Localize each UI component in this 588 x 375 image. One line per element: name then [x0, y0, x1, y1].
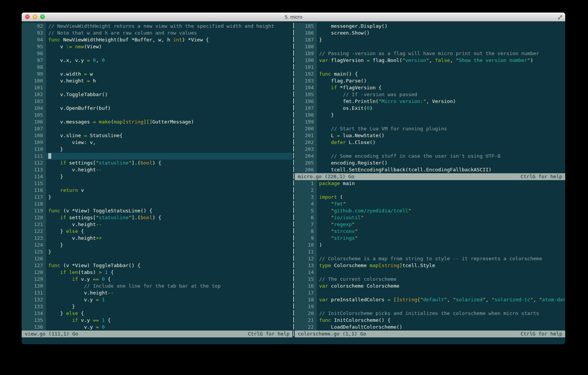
code-line[interactable]: 96 — [22, 50, 292, 57]
code-line[interactable]: 186 screen.Show() — [295, 30, 565, 36]
code-line[interactable]: 119func (v *View) ToggleStatusLine() { — [22, 207, 292, 214]
code-line[interactable]: 5 "github.com/zyedidia/tcell" — [295, 207, 565, 214]
code-line[interactable]: 1package main — [295, 180, 565, 187]
code-line[interactable]: 98 — [22, 64, 292, 71]
code-line[interactable]: 112 if settings["statusline"].(bool) { — [22, 160, 292, 166]
code-line[interactable]: 200 // Start the Lua VM for running plug… — [295, 125, 565, 132]
code-line[interactable]: 14 — [295, 269, 565, 276]
code-line[interactable]: 10) — [295, 242, 565, 248]
code-line[interactable]: 135 if v.y == 1 { — [22, 317, 292, 324]
code-line[interactable]: 20// InitColorscheme picks and initializ… — [295, 310, 565, 317]
code-line[interactable]: 21func InitColorscheme() { — [295, 317, 565, 324]
code-line[interactable]: 202 defer L.Close() — [295, 139, 565, 146]
code-line[interactable]: 15// The current colorscheme — [295, 276, 565, 283]
code-line[interactable]: 132 v.y = 1 — [22, 296, 292, 303]
code-line[interactable]: 18var preInstalledColors = []string{"def… — [295, 296, 565, 303]
code-line[interactable]: 115 — [22, 180, 292, 187]
code-line[interactable]: 128 if len(tabs) > 1 { — [22, 269, 292, 276]
code-line[interactable]: 199 — [295, 119, 565, 125]
code-line[interactable]: 206 tcell.SetEncodingFallback(tcell.Enco… — [295, 166, 565, 173]
code-line[interactable]: 2 — [295, 187, 565, 194]
code-line[interactable]: 3import ( — [295, 194, 565, 201]
code-line[interactable]: 109 view: v, — [22, 139, 292, 146]
code-line[interactable]: 11 — [295, 248, 565, 255]
code-line[interactable]: 13type Colorscheme map[string]tcell.Styl… — [295, 262, 565, 269]
code-line[interactable]: 125} — [22, 248, 292, 255]
code-line[interactable]: 123 v.height++ — [22, 235, 292, 242]
code-text — [46, 64, 292, 71]
code-line[interactable]: 117} — [22, 194, 292, 201]
code-line[interactable]: 107 — [22, 125, 292, 132]
code-line[interactable]: 17 — [295, 290, 565, 296]
code-line[interactable]: 185 messenger.Display() — [295, 23, 565, 30]
code-line[interactable]: 187} — [295, 36, 565, 43]
editor-pane-view-go[interactable]: 92// NewViewWidthHeight returns a new vi… — [22, 23, 292, 331]
code-line[interactable]: 192func main() { — [295, 71, 565, 78]
code-line[interactable]: 93// Note that w and h are raw column an… — [22, 30, 292, 36]
code-line[interactable]: 113 v.height-- — [22, 166, 292, 173]
code-line[interactable]: 124 } — [22, 242, 292, 248]
code-line[interactable]: 118 — [22, 201, 292, 207]
code-line[interactable]: 121 v.height-- — [22, 221, 292, 228]
code-line[interactable]: 120 if settings["statusline"].(bool) { — [22, 214, 292, 221]
editor-pane-colorscheme-go[interactable]: 1package main23import (4 "fmt"5 "github.… — [295, 180, 565, 331]
code-line[interactable]: 203 — [295, 146, 565, 153]
code-line[interactable]: 198 } — [295, 112, 565, 119]
code-line[interactable]: 190var flagVersion = flag.Bool("version"… — [295, 57, 565, 64]
code-line[interactable]: 16var colorscheme Colorscheme — [295, 283, 565, 290]
code-line[interactable]: 104 v.OpenBuffer(buf) — [22, 105, 292, 112]
code-line[interactable]: 189// Passing -version as a flag will ha… — [295, 50, 565, 57]
code-line[interactable]: 188 — [295, 43, 565, 50]
code-line[interactable]: 9 "strings" — [295, 235, 565, 242]
code-line[interactable]: 101 — [22, 84, 292, 91]
code-line[interactable]: 92// NewViewWidthHeight returns a new vi… — [22, 23, 292, 30]
code-line[interactable]: 191 — [295, 64, 565, 71]
code-line[interactable]: 111 — [22, 153, 292, 160]
resize-icon[interactable] — [558, 14, 563, 19]
code-line[interactable]: 100 v.height = h — [22, 78, 292, 84]
code-text: v.y = 0 — [46, 324, 292, 331]
code-line[interactable]: 136 v.y = 0 — [22, 324, 292, 331]
code-line[interactable]: 8 "strconv" — [295, 228, 565, 235]
code-line[interactable]: 22 LoadDefaultColorscheme() — [295, 324, 565, 331]
code-line[interactable]: 196 fmt.Println("Micro version:", Versio… — [295, 98, 565, 105]
code-line[interactable]: 102 v.ToggleTabbar() — [22, 91, 292, 98]
code-line[interactable]: 126 — [22, 255, 292, 262]
code-line[interactable]: 133 } — [22, 303, 292, 310]
code-line[interactable]: 127func (v *View) ToggleTabbar() { — [22, 262, 292, 269]
code-line[interactable]: 94func NewViewWidthHeight(buf *Buffer, w… — [22, 36, 292, 43]
code-line[interactable]: 122 } else { — [22, 228, 292, 235]
code-line[interactable]: 7 "regexp" — [295, 221, 565, 228]
code-line[interactable]: 197 os.Exit(0) — [295, 105, 565, 112]
code-line[interactable]: 129 if v.y == 0 { — [22, 276, 292, 283]
code-line[interactable]: 130 // Include one line for the tab bar … — [22, 283, 292, 290]
code-line[interactable]: 194 if *flagVersion { — [295, 84, 565, 91]
code-line[interactable]: 106 v.messages = make(map[string][]Gutte… — [22, 119, 292, 125]
editor-pane-micro-go[interactable]: 185 messenger.Display()186 screen.Show()… — [295, 23, 565, 173]
code-line[interactable]: 6 "io/ioutil" — [295, 214, 565, 221]
code-line[interactable]: 114 } — [22, 173, 292, 180]
code-line[interactable]: 204 // Some encoding stuff in case the u… — [295, 153, 565, 160]
code-line[interactable]: 201 L = lua.NewState() — [295, 132, 565, 139]
code-line[interactable]: 19 — [295, 303, 565, 310]
code-line[interactable]: 193 flag.Parse() — [295, 78, 565, 84]
code-line[interactable]: 97 v.x, v.y = 0, 0 — [22, 57, 292, 64]
code-line[interactable]: 205 encoding.Register() — [295, 160, 565, 166]
code-text — [46, 125, 292, 132]
window-titlebar[interactable]: 5. micro — [22, 13, 565, 22]
code-text — [317, 248, 565, 255]
code-line[interactable]: 95 v := new(View) — [22, 43, 292, 50]
code-line[interactable]: 99 v.width = w — [22, 71, 292, 78]
code-line[interactable]: 105 — [22, 112, 292, 119]
code-line[interactable]: 195 // If -version was passed — [295, 91, 565, 98]
code-line[interactable]: 116 return v — [22, 187, 292, 194]
code-line[interactable]: 4 "fmt" — [295, 201, 565, 207]
code-line[interactable]: 12// Colorscheme is a map from string to… — [295, 255, 565, 262]
statusbar-file-info: colorscheme.go (1,1) Go — [298, 331, 366, 337]
code-line[interactable]: 103 — [22, 98, 292, 105]
code-line[interactable]: 134 } else { — [22, 310, 292, 317]
code-line[interactable]: 110 } — [22, 146, 292, 153]
code-line[interactable]: 108 v.sline = Statusline{ — [22, 132, 292, 139]
code-text: // The current colorscheme — [317, 276, 565, 283]
code-line[interactable]: 131 v.height-- — [22, 290, 292, 296]
